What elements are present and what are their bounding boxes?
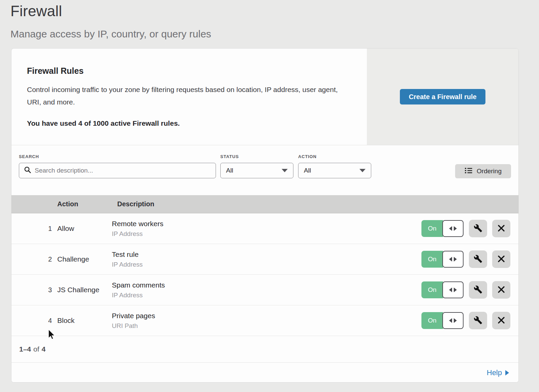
list-ordering-icon bbox=[465, 167, 473, 176]
rule-controls: On bbox=[421, 220, 510, 237]
chevron-down-icon bbox=[359, 169, 366, 172]
close-icon bbox=[497, 285, 505, 295]
arrow-left-icon bbox=[449, 288, 452, 292]
rule-controls: On bbox=[421, 312, 510, 329]
action-dropdown[interactable]: All bbox=[298, 163, 371, 178]
firewall-rules-card: Firewall Rules Control incoming traffic … bbox=[11, 48, 519, 383]
rule-description-title: Test rule bbox=[112, 250, 143, 259]
filters-bar: SEARCH STATUS All ACTION All Ordering bbox=[11, 145, 518, 195]
help-row: Help bbox=[11, 363, 518, 383]
rules-table: Action Description 1 Allow Remote worker… bbox=[11, 195, 518, 336]
rule-action: JS Challenge bbox=[57, 286, 112, 294]
edit-rule-button[interactable] bbox=[469, 250, 487, 268]
page-header: Firewall Manage access by IP, country, o… bbox=[10, 3, 211, 40]
search-icon bbox=[24, 166, 31, 175]
action-dropdown-value: All bbox=[304, 167, 311, 174]
wrench-icon bbox=[474, 254, 482, 264]
pagination-range: 1–4 bbox=[19, 345, 31, 353]
search-input[interactable] bbox=[35, 167, 211, 174]
toggle-knob bbox=[442, 312, 464, 329]
toggle-knob bbox=[442, 251, 464, 268]
help-link-label: Help bbox=[487, 368, 502, 377]
arrow-left-icon bbox=[449, 318, 452, 323]
delete-rule-button[interactable] bbox=[492, 220, 510, 237]
table-header-row: Action Description bbox=[11, 195, 518, 213]
pagination-separator: of bbox=[33, 345, 39, 353]
rule-enabled-toggle[interactable]: On bbox=[421, 281, 464, 298]
arrow-right-icon bbox=[454, 226, 457, 231]
arrow-right-icon bbox=[454, 288, 457, 292]
column-header-action: Action bbox=[57, 200, 117, 208]
rule-match-type: URI Path bbox=[112, 322, 155, 330]
arrow-right-icon bbox=[454, 257, 457, 262]
status-dropdown-value: All bbox=[226, 167, 233, 174]
rule-match-type: IP Address bbox=[112, 292, 165, 299]
rule-priority: 4 bbox=[11, 317, 52, 325]
rule-match-type: IP Address bbox=[112, 261, 143, 268]
edit-rule-button[interactable] bbox=[469, 220, 487, 237]
status-dropdown[interactable]: All bbox=[220, 163, 293, 178]
rule-description-title: Private pages bbox=[112, 312, 155, 320]
page-title: Firewall bbox=[10, 3, 211, 20]
page-subtitle: Manage access by IP, country, or query r… bbox=[10, 28, 211, 40]
rule-controls: On bbox=[421, 250, 510, 268]
rule-controls: On bbox=[421, 281, 510, 299]
intro-text-block: Firewall Rules Control incoming traffic … bbox=[11, 49, 355, 127]
arrow-left-icon bbox=[449, 226, 452, 231]
search-input-wrapper[interactable] bbox=[19, 163, 216, 178]
rule-description: Test rule IP Address bbox=[112, 250, 143, 268]
arrow-right-icon bbox=[454, 318, 457, 323]
rule-priority: 3 bbox=[11, 286, 52, 294]
rule-priority: 1 bbox=[11, 225, 52, 233]
delete-rule-button[interactable] bbox=[492, 250, 510, 268]
table-row: 1 Allow Remote workers IP Address On bbox=[11, 213, 518, 244]
table-row: 3 JS Challenge Spam comments IP Address … bbox=[11, 275, 518, 305]
rule-description: Remote workers IP Address bbox=[112, 220, 163, 238]
close-icon bbox=[497, 224, 505, 233]
rule-description: Spam comments IP Address bbox=[112, 281, 165, 299]
rule-enabled-toggle[interactable]: On bbox=[421, 312, 464, 329]
create-firewall-rule-button[interactable]: Create a Firewall rule bbox=[400, 89, 485, 104]
table-row: 2 Challenge Test rule IP Address On bbox=[11, 244, 518, 275]
wrench-icon bbox=[474, 285, 482, 295]
rule-description: Private pages URI Path bbox=[112, 312, 155, 330]
rule-enabled-toggle[interactable]: On bbox=[421, 220, 464, 237]
toggle-knob bbox=[442, 220, 464, 237]
arrow-right-icon bbox=[505, 370, 509, 375]
pagination-total: 4 bbox=[42, 345, 46, 353]
help-link[interactable]: Help bbox=[487, 368, 509, 377]
delete-rule-button[interactable] bbox=[492, 312, 510, 329]
intro-section: Firewall Rules Control incoming traffic … bbox=[11, 49, 518, 145]
search-label: SEARCH bbox=[19, 154, 39, 159]
edit-rule-button[interactable] bbox=[469, 312, 487, 329]
intro-description: Control incoming traffic to your zone by… bbox=[27, 83, 347, 108]
pagination-summary: 1–4 of 4 bbox=[11, 336, 518, 363]
edit-rule-button[interactable] bbox=[469, 281, 487, 299]
toggle-on-label: On bbox=[421, 281, 443, 298]
rule-description-title: Spam comments bbox=[112, 281, 165, 289]
toggle-on-label: On bbox=[421, 251, 443, 268]
rule-match-type: IP Address bbox=[112, 230, 163, 238]
status-label: STATUS bbox=[220, 154, 239, 159]
toggle-knob bbox=[442, 281, 464, 298]
arrow-left-icon bbox=[449, 257, 452, 262]
rule-enabled-toggle[interactable]: On bbox=[421, 251, 464, 268]
table-row: 4 Block Private pages URI Path On bbox=[11, 305, 518, 336]
intro-heading: Firewall Rules bbox=[27, 66, 355, 76]
ordering-button-label: Ordering bbox=[477, 168, 502, 175]
rule-priority: 2 bbox=[11, 255, 52, 263]
rule-action: Block bbox=[57, 316, 112, 325]
column-header-description: Description bbox=[117, 200, 154, 208]
ordering-button[interactable]: Ordering bbox=[455, 164, 511, 178]
create-rule-panel: Create a Firewall rule bbox=[367, 49, 518, 145]
rules-usage-text: You have used 4 of 1000 active Firewall … bbox=[27, 119, 355, 127]
close-icon bbox=[497, 255, 505, 264]
wrench-icon bbox=[474, 316, 482, 326]
chevron-down-icon bbox=[282, 169, 288, 172]
rule-action: Allow bbox=[57, 224, 112, 233]
rule-action: Challenge bbox=[57, 255, 112, 263]
toggle-on-label: On bbox=[421, 220, 443, 237]
action-label: ACTION bbox=[298, 154, 317, 159]
rule-description-title: Remote workers bbox=[112, 220, 163, 228]
delete-rule-button[interactable] bbox=[492, 281, 510, 299]
